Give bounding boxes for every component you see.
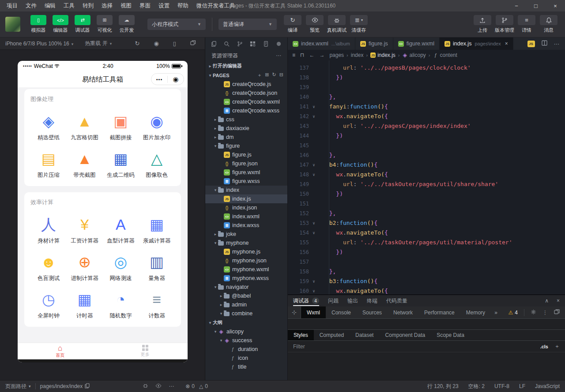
menu-编辑[interactable]: 编辑 — [41, 0, 60, 11]
collapse-all-icon[interactable]: ⊟ — [279, 72, 283, 78]
breadcrumb-index[interactable]: index — [351, 52, 364, 58]
copy-icon[interactable] — [85, 383, 90, 390]
tree-item-myphone[interactable]: ▾myphone — [205, 239, 287, 247]
tree-item-myphone.wxss[interactable]: ≣myphone.wxss — [205, 274, 287, 283]
fold-chevron-icon[interactable]: ∨ — [309, 170, 319, 179]
tree-item-createQrcode.js[interactable]: JScreateQrcode.js — [205, 80, 287, 89]
warning-badge[interactable]: ⚠4 — [508, 310, 518, 316]
bug-icon[interactable] — [143, 383, 148, 390]
current-page-path[interactable]: pages/index/index — [40, 383, 90, 390]
fold-chevron-icon[interactable]: ∨ — [309, 276, 319, 286]
code-line-151[interactable]: 151 — [288, 199, 565, 209]
code-line-147[interactable]: 147∨ b4:function(){ — [288, 160, 565, 170]
grid-item-网络测速[interactable]: ◎网络测速 — [103, 245, 139, 282]
breadcrumb-index.js[interactable]: JSindex.js — [370, 52, 396, 58]
code-line-158[interactable]: 158 }, — [288, 267, 565, 276]
menu-工具[interactable]: 工具 — [60, 0, 79, 11]
cloud-dev-button[interactable]: ☁ 云开发 — [117, 15, 136, 34]
editor-tab-figure.wxml[interactable]: <>figure.wxml — [393, 37, 440, 50]
debugger-button[interactable]: ⇄ 调试器 — [73, 15, 92, 34]
panel-tab-问题[interactable]: 问题 — [328, 295, 339, 306]
grid-item-九宫格切图[interactable]: ▲九宫格切图 — [67, 104, 103, 142]
close-panel-icon[interactable]: × — [557, 298, 560, 304]
grid-item-进制计算器[interactable]: ⊕进制计算器 — [67, 245, 103, 282]
device-select[interactable]: iPhone 6/7/8 Plus 100% 16▾ — [5, 41, 73, 47]
menu-帮助[interactable]: 帮助 — [173, 0, 192, 11]
wxml-tree-area[interactable] — [288, 319, 565, 329]
breadcrumb-pages[interactable]: pages — [329, 52, 344, 58]
restart-icon[interactable]: ↻ — [135, 40, 140, 47]
code-line-145[interactable]: 145 — [288, 141, 565, 150]
minimize-button[interactable]: − — [507, 0, 526, 11]
more-actions-icon[interactable]: ⋯ — [169, 383, 174, 389]
section-pages[interactable]: ▾ PAGES ＋ ⊞ ↻ ⊟ — [205, 71, 287, 80]
inspect-element-icon[interactable]: ⊹ — [288, 306, 301, 318]
grid-item-身材计算[interactable]: 人身材计算 — [30, 207, 67, 245]
grid-item-精选壁纸[interactable]: ◈精选壁纸 — [30, 104, 67, 142]
tree-item-dm[interactable]: ▸dm — [205, 133, 287, 142]
tree-item-index.json[interactable]: {}index.json — [205, 203, 287, 212]
upload-button[interactable]: 上传 — [473, 15, 492, 34]
encoding[interactable]: UTF-8 — [494, 383, 509, 389]
kebab-menu-icon[interactable]: ⋮ — [542, 310, 548, 316]
maximize-button[interactable]: □ — [526, 0, 546, 11]
page-path-select[interactable]: 页面路径 ▾ — [5, 383, 31, 390]
close-button[interactable]: × — [546, 0, 565, 11]
problem-counts[interactable]: ⊗ 0 △ 0 — [185, 383, 208, 389]
detach-window-icon[interactable] — [190, 40, 196, 47]
tree-item-createQrcode.wxss[interactable]: ≣createQrcode.wxss — [205, 106, 287, 115]
new-folder-icon[interactable]: ⊞ — [265, 72, 269, 78]
user-avatar[interactable] — [5, 17, 20, 32]
remote-debug-button[interactable]: 真机调试 — [327, 15, 347, 34]
tree-item-index[interactable]: ▾index — [205, 186, 287, 194]
tree-item-navigator[interactable]: ▾navigator — [205, 283, 287, 291]
fold-chevron-icon[interactable]: ∨ — [309, 218, 319, 228]
search-icon[interactable] — [224, 41, 230, 47]
forward-icon[interactable]: → — [319, 52, 324, 58]
editor-tab-figure.js[interactable]: JSfigure.js — [355, 37, 393, 50]
tree-item-success[interactable]: ▾◈success — [205, 336, 287, 345]
clear-cache-button[interactable]: ≣▾ 清缓存 — [349, 15, 369, 34]
tree-item-index.wxss[interactable]: ≣index.wxss — [205, 221, 287, 230]
fold-chevron-icon[interactable]: ∨ — [309, 228, 319, 238]
menu-设置[interactable]: 设置 — [154, 0, 173, 11]
tree-item-createQrcode.wxml[interactable]: <>createQrcode.wxml — [205, 97, 287, 106]
code-line-157[interactable]: 157 — [288, 257, 565, 267]
fold-chevron-icon[interactable]: ∨ — [309, 102, 319, 112]
compile-mode-select[interactable]: 普通编译 ▼ — [218, 19, 277, 30]
grid-item-随机数字[interactable]: ◔随机数字 — [103, 282, 139, 320]
code-line-154[interactable]: 154∨ wx.navigateTo({ — [288, 228, 565, 238]
grid-item-截图拼接[interactable]: ▣截图拼接 — [103, 104, 139, 142]
record-icon[interactable]: ◉ — [154, 40, 159, 47]
more-tabs-icon[interactable]: » — [491, 306, 501, 318]
list-icon[interactable]: ≡ — [292, 52, 295, 58]
code-line-150[interactable]: 150 }) — [288, 189, 565, 199]
files-icon[interactable] — [211, 41, 217, 47]
version-control-button[interactable]: 版本管理 — [495, 15, 514, 34]
code-line-138[interactable]: 138 }) — [288, 73, 565, 82]
tree-item-icon[interactable]: ƒicon — [205, 354, 287, 362]
messages-button[interactable]: 消息 — [539, 15, 558, 34]
code-line-149[interactable]: 149 url: '../../taskOuter/pages/util/sha… — [288, 179, 565, 189]
tree-item-@babel[interactable]: ▸@babel — [205, 291, 287, 300]
language-mode[interactable]: JavaScript — [535, 383, 560, 389]
close-tab-icon[interactable]: × — [505, 41, 508, 47]
code-line-160[interactable]: 160∨ wx.navigateTo({ — [288, 286, 565, 295]
fold-chevron-icon[interactable]: ∨ — [309, 286, 319, 295]
tab-home[interactable]: ⌂ 首页 — [18, 343, 103, 359]
breadcrumb-content[interactable]: ƒcontent — [433, 52, 457, 58]
tree-item-figure[interactable]: ▾figure — [205, 142, 287, 150]
inspector-tab-Console[interactable]: Console — [326, 306, 357, 318]
editor-tab-index.js[interactable]: JSindex.jspages\index× — [440, 37, 513, 50]
eol-type[interactable]: LF — [519, 383, 525, 389]
simulator-button[interactable]: ▯ 模拟器 — [29, 15, 48, 34]
inspector-tab-Performance[interactable]: Performance — [418, 306, 460, 318]
editor-button[interactable]: </> 编辑器 — [51, 15, 70, 34]
code-line-140[interactable]: 140 }, — [288, 92, 565, 102]
tree-item-combine[interactable]: ▾combine — [205, 309, 287, 318]
cursor-position[interactable]: 行 120, 列 23 — [427, 383, 459, 390]
more-actions-icon[interactable]: ⋯ — [276, 52, 281, 59]
inspector-tab-Wxml[interactable]: Wxml — [301, 306, 326, 318]
styles-tab-Computed[interactable]: Computed — [314, 330, 350, 340]
js-quick-icon[interactable]: JS — [527, 41, 535, 47]
